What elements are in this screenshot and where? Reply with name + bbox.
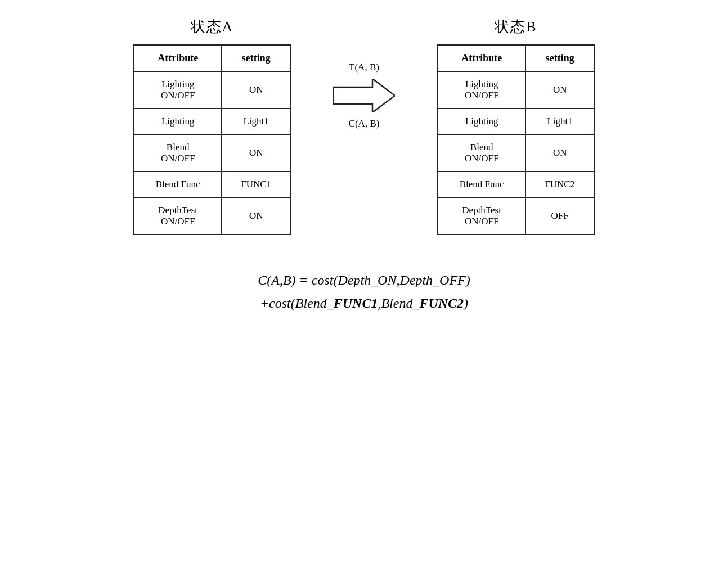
arrow-icon — [333, 79, 395, 112]
table-a-setting-cell: ON — [222, 71, 290, 109]
table-row: Blend FuncFUNC1 — [134, 172, 290, 197]
table-b-attr-cell: Blend Func — [438, 172, 525, 197]
top-section: 状态A Attribute setting LightingON/OFFONLi… — [23, 17, 705, 235]
table-a-attr-cell: LightingON/OFF — [134, 71, 222, 109]
arrow-label-bottom: C(A, B) — [349, 118, 380, 129]
table-a-col2-header: setting — [222, 45, 290, 71]
page-container: 状态A Attribute setting LightingON/OFFONLi… — [0, 0, 728, 572]
table-b-setting-cell: FUNC2 — [525, 172, 594, 197]
table-row: LightingON/OFFON — [134, 71, 290, 109]
table-b-col1-header: Attribute — [438, 45, 525, 71]
table-a-attr-cell: Blend Func — [134, 172, 222, 197]
table-b-attr-cell: BlendON/OFF — [438, 134, 525, 172]
formula-line1: C(A,B) = cost(Depth_ON,Depth_OFF) — [258, 269, 470, 292]
table-b-attr-cell: LightingON/OFF — [438, 71, 525, 109]
svg-marker-0 — [333, 79, 395, 112]
table-a-col1-header: Attribute — [134, 45, 222, 71]
table-a-header-row: Attribute setting — [134, 45, 290, 71]
table-row: Blend FuncFUNC2 — [438, 172, 594, 197]
state-b-title: 状态B — [495, 17, 537, 37]
table-b-setting-cell: ON — [525, 71, 594, 109]
table-b-header-row: Attribute setting — [438, 45, 594, 71]
table-a-attr-cell: BlendON/OFF — [134, 134, 222, 172]
table-a-setting-cell: ON — [222, 197, 290, 235]
table-a-attr-cell: Lighting — [134, 109, 222, 134]
table-a-setting-cell: FUNC1 — [222, 172, 290, 197]
arrow-label-top: T(A, B) — [349, 62, 379, 73]
table-row: BlendON/OFFON — [134, 134, 290, 172]
table-b-setting-cell: ON — [525, 134, 594, 172]
table-a: Attribute setting LightingON/OFFONLighti… — [133, 44, 291, 235]
table-b: Attribute setting LightingON/OFFONLighti… — [437, 44, 595, 235]
table-b-attr-cell: DepthTestON/OFF — [438, 197, 525, 235]
table-a-setting-cell: ON — [222, 134, 290, 172]
table-row: BlendON/OFFON — [438, 134, 594, 172]
table-a-setting-cell: Light1 — [222, 109, 290, 134]
state-b-block: 状态B Attribute setting LightingON/OFFONLi… — [437, 17, 595, 235]
table-row: LightingON/OFFON — [438, 71, 594, 109]
formula-line2: +cost(Blend_FUNC1,Blend_FUNC2) — [258, 292, 470, 315]
table-a-attr-cell: DepthTestON/OFF — [134, 197, 222, 235]
arrow-section: T(A, B) C(A, B) — [325, 17, 403, 129]
state-a-title: 状态A — [191, 17, 234, 37]
formula-section: C(A,B) = cost(Depth_ON,Depth_OFF) +cost(… — [258, 269, 470, 315]
table-row: DepthTestON/OFFON — [134, 197, 290, 235]
table-b-col2-header: setting — [525, 45, 594, 71]
table-b-setting-cell: Light1 — [525, 109, 594, 134]
table-b-attr-cell: Lighting — [438, 109, 525, 134]
table-row: LightingLight1 — [134, 109, 290, 134]
state-a-block: 状态A Attribute setting LightingON/OFFONLi… — [133, 17, 291, 235]
table-row: LightingLight1 — [438, 109, 594, 134]
table-row: DepthTestON/OFFOFF — [438, 197, 594, 235]
table-b-setting-cell: OFF — [525, 197, 594, 235]
